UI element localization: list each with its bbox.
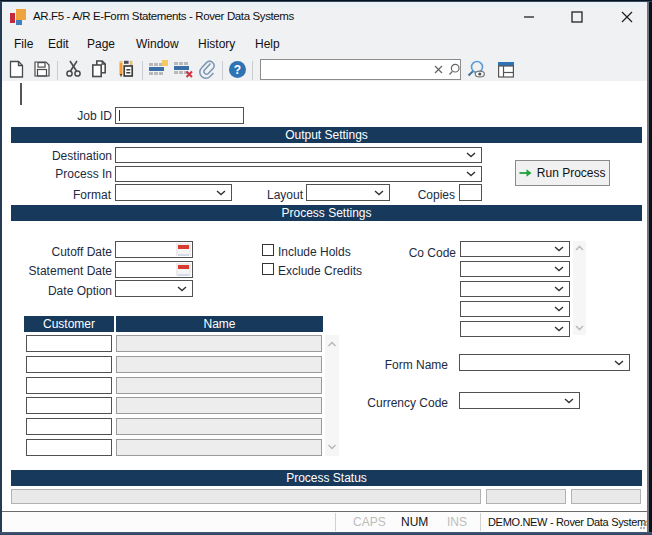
svg-text:?: ? [234, 63, 241, 77]
